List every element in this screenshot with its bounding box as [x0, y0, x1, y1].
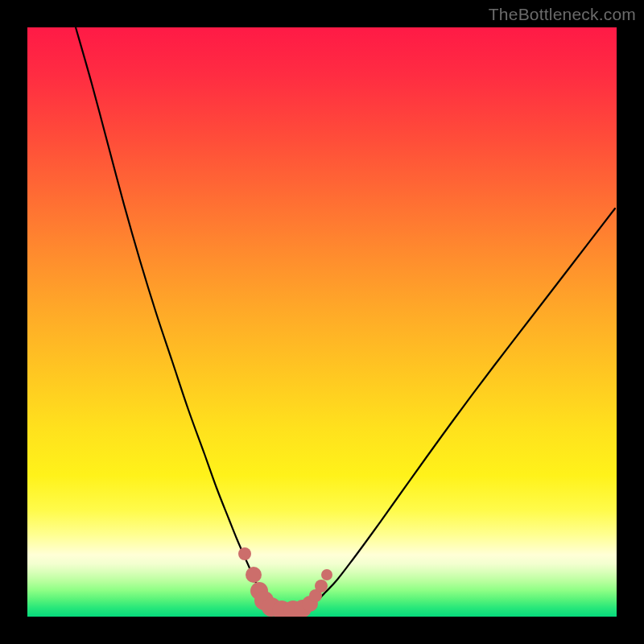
- chart-frame: TheBottleneck.com: [0, 0, 644, 644]
- plot-area: [27, 27, 617, 617]
- watermark-text: TheBottleneck.com: [489, 5, 636, 24]
